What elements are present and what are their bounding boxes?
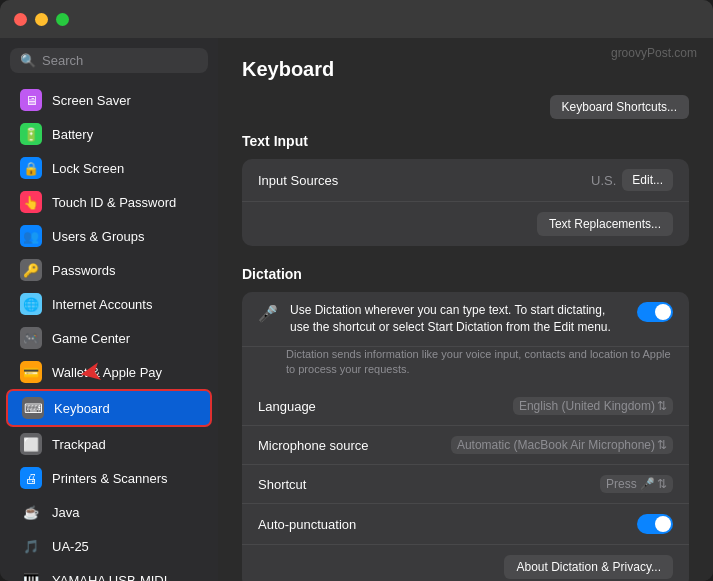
sidebar-item-yamaha[interactable]: 🎹YAMAHA USB-MIDI <box>6 563 212 581</box>
sidebar-icon-printers: 🖨 <box>20 467 42 489</box>
auto-punctuation-knob <box>655 516 671 532</box>
minimize-button[interactable] <box>35 13 48 26</box>
toggle-knob <box>655 304 671 320</box>
input-sources-label: Input Sources <box>258 173 338 188</box>
sidebar-label-printers: Printers & Scanners <box>52 471 168 486</box>
dictation-section: Dictation 🎤 Use Dictation wherever you c… <box>242 266 689 581</box>
sidebar-label-game-center: Game Center <box>52 331 130 346</box>
edit-button[interactable]: Edit... <box>622 169 673 191</box>
sidebar-icon-java: ☕ <box>20 501 42 523</box>
sidebar-label-lock-screen: Lock Screen <box>52 161 124 176</box>
text-input-section: Text Input Input Sources U.S. Edit... Te… <box>242 133 689 246</box>
shortcut-value: Press 🎤 <box>606 477 655 491</box>
sidebar-item-trackpad[interactable]: ⬜Trackpad <box>6 427 212 461</box>
sidebar-item-keyboard[interactable]: ⌨Keyboard <box>6 389 212 427</box>
page-title: Keyboard <box>242 58 689 81</box>
sidebar-label-users-groups: Users & Groups <box>52 229 144 244</box>
language-stepper[interactable]: English (United Kingdom) ⇅ <box>513 397 673 415</box>
microphone-stepper[interactable]: Automatic (MacBook Air Microphone) ⇅ <box>451 436 673 454</box>
microphone-value: Automatic (MacBook Air Microphone) <box>457 438 655 452</box>
sidebar-label-internet-accounts: Internet Accounts <box>52 297 152 312</box>
search-input[interactable] <box>42 53 198 68</box>
text-input-title: Text Input <box>242 133 689 149</box>
dictation-description: Use Dictation wherever you can type text… <box>290 302 625 336</box>
input-sources-value-group: U.S. Edit... <box>591 169 673 191</box>
sidebar-label-passwords: Passwords <box>52 263 116 278</box>
text-replacements-row: Text Replacements... <box>242 202 689 246</box>
sidebar-icon-wallet: 💳 <box>20 361 42 383</box>
maximize-button[interactable] <box>56 13 69 26</box>
chevron-updown-icon: ⇅ <box>657 399 667 413</box>
about-dictation-row: About Dictation & Privacy... <box>242 545 689 581</box>
sidebar-label-touch-id: Touch ID & Password <box>52 195 176 210</box>
sidebar-label-yamaha: YAMAHA USB-MIDI <box>52 573 167 582</box>
sidebar-icon-trackpad: ⬜ <box>20 433 42 455</box>
sidebar-label-screen-saver: Screen Saver <box>52 93 131 108</box>
window: 🔍 🖥Screen Saver🔋Battery🔒Lock Screen👆Touc… <box>0 0 713 581</box>
microphone-source-row: Microphone source Automatic (MacBook Air… <box>242 426 689 465</box>
chevron-updown-icon-3: ⇅ <box>657 477 667 491</box>
sidebar-icon-game-center: 🎮 <box>20 327 42 349</box>
dictation-toggle-row: 🎤 Use Dictation wherever you can type te… <box>242 292 689 347</box>
shortcut-stepper[interactable]: Press 🎤 ⇅ <box>600 475 673 493</box>
text-replacements-button[interactable]: Text Replacements... <box>537 212 673 236</box>
dictation-note: Dictation sends information like your vo… <box>242 347 689 388</box>
sidebar-label-keyboard: Keyboard <box>54 401 110 416</box>
sidebar-item-ua25[interactable]: 🎵UA-25 <box>6 529 212 563</box>
titlebar <box>0 0 713 38</box>
sidebar-item-game-center[interactable]: 🎮Game Center <box>6 321 212 355</box>
sidebar-icon-users-groups: 👥 <box>20 225 42 247</box>
search-icon: 🔍 <box>20 53 36 68</box>
shortcut-row: Shortcut Press 🎤 ⇅ <box>242 465 689 504</box>
sidebar-item-screen-saver[interactable]: 🖥Screen Saver <box>6 83 212 117</box>
text-input-card: Input Sources U.S. Edit... Text Replacem… <box>242 159 689 246</box>
content-area: 🔍 🖥Screen Saver🔋Battery🔒Lock Screen👆Touc… <box>0 38 713 581</box>
about-dictation-button[interactable]: About Dictation & Privacy... <box>504 555 673 579</box>
sidebar-icon-touch-id: 👆 <box>20 191 42 213</box>
sidebar-item-internet-accounts[interactable]: 🌐Internet Accounts <box>6 287 212 321</box>
sidebar-label-wallet: Wallet & Apple Pay <box>52 365 162 380</box>
dictation-toggle[interactable] <box>637 302 673 322</box>
sidebar-item-touch-id[interactable]: 👆Touch ID & Password <box>6 185 212 219</box>
sidebar-item-battery[interactable]: 🔋Battery <box>6 117 212 151</box>
dictation-card: 🎤 Use Dictation wherever you can type te… <box>242 292 689 581</box>
sidebar-label-java: Java <box>52 505 79 520</box>
sidebar-icon-lock-screen: 🔒 <box>20 157 42 179</box>
auto-punctuation-toggle[interactable] <box>637 514 673 534</box>
sidebar-icon-keyboard: ⌨ <box>22 397 44 419</box>
watermark: groovyPost.com <box>611 46 697 60</box>
auto-punctuation-label: Auto-punctuation <box>258 517 356 532</box>
microphone-source-label: Microphone source <box>258 438 369 453</box>
sidebar-icon-yamaha: 🎹 <box>20 569 42 581</box>
dictation-title: Dictation <box>242 266 689 282</box>
sidebar-label-trackpad: Trackpad <box>52 437 106 452</box>
sidebar-icon-screen-saver: 🖥 <box>20 89 42 111</box>
language-row: Language English (United Kingdom) ⇅ <box>242 387 689 426</box>
auto-punctuation-row: Auto-punctuation <box>242 504 689 545</box>
input-sources-value: U.S. <box>591 173 616 188</box>
sidebar-item-printers[interactable]: 🖨Printers & Scanners <box>6 461 212 495</box>
sidebar-label-ua25: UA-25 <box>52 539 89 554</box>
sidebar-item-wallet[interactable]: 💳Wallet & Apple Pay <box>6 355 212 389</box>
sidebar-icon-battery: 🔋 <box>20 123 42 145</box>
main-content: groovyPost.com Keyboard Keyboard Shortcu… <box>218 38 713 581</box>
sidebar-icon-internet-accounts: 🌐 <box>20 293 42 315</box>
chevron-updown-icon-2: ⇅ <box>657 438 667 452</box>
sidebar-icon-ua25: 🎵 <box>20 535 42 557</box>
sidebar-item-passwords[interactable]: 🔑Passwords <box>6 253 212 287</box>
keyboard-shortcuts-row: Keyboard Shortcuts... <box>242 95 689 119</box>
sidebar-item-java[interactable]: ☕Java <box>6 495 212 529</box>
sidebar: 🔍 🖥Screen Saver🔋Battery🔒Lock Screen👆Touc… <box>0 38 218 581</box>
shortcut-label: Shortcut <box>258 477 306 492</box>
sidebar-item-lock-screen[interactable]: 🔒Lock Screen <box>6 151 212 185</box>
sidebar-item-users-groups[interactable]: 👥Users & Groups <box>6 219 212 253</box>
search-box[interactable]: 🔍 <box>10 48 208 73</box>
sidebar-icon-passwords: 🔑 <box>20 259 42 281</box>
input-sources-row: Input Sources U.S. Edit... <box>242 159 689 202</box>
sidebar-label-battery: Battery <box>52 127 93 142</box>
microphone-icon: 🎤 <box>258 304 278 323</box>
close-button[interactable] <box>14 13 27 26</box>
language-value: English (United Kingdom) <box>519 399 655 413</box>
keyboard-shortcuts-button[interactable]: Keyboard Shortcuts... <box>550 95 689 119</box>
language-label: Language <box>258 399 316 414</box>
